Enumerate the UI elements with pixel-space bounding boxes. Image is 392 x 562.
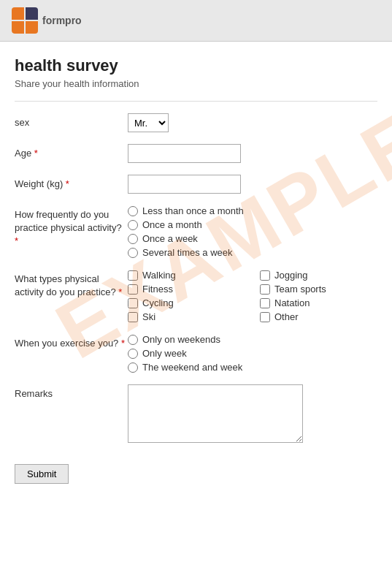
- when-exercise-control: Only on weekends Only week The weekend a…: [128, 334, 377, 373]
- frequency-option-4[interactable]: Several times a week: [128, 247, 377, 258]
- activity-checkbox-natation[interactable]: [260, 298, 270, 308]
- activity-types-label: What types physical activity do you prac…: [15, 270, 128, 299]
- when-exercise-label: When you exercise you? *: [15, 334, 128, 350]
- frequency-radio-group: Less than once a month Once a month Once…: [128, 205, 377, 258]
- remarks-textarea[interactable]: [128, 384, 303, 443]
- when-exercise-field-row: When you exercise you? * Only on weekend…: [15, 334, 377, 373]
- frequency-label: How frequently do you practice physical …: [15, 205, 128, 248]
- activity-other[interactable]: Other: [260, 311, 377, 322]
- activity-checkbox-cycling[interactable]: [128, 298, 138, 308]
- activity-checkbox-fitness[interactable]: [128, 284, 138, 295]
- activity-checkbox-group: Walking Jogging Fitness Team sports Cycl…: [128, 270, 377, 322]
- logo-icon: [12, 7, 38, 34]
- submit-button[interactable]: Submit: [15, 464, 69, 484]
- frequency-option-1[interactable]: Less than once a month: [128, 205, 377, 216]
- age-label: Age *: [15, 144, 128, 160]
- when-option-1[interactable]: Only on weekends: [128, 334, 377, 345]
- activity-walking[interactable]: Walking: [128, 270, 245, 281]
- page-subtitle: Share your health information: [15, 78, 377, 89]
- activity-checkbox-team-sports[interactable]: [260, 284, 270, 295]
- remarks-control: [128, 384, 377, 445]
- weight-required: *: [63, 178, 69, 189]
- sex-field-row: sex Mr. Mrs. Ms. Dr.: [15, 113, 377, 132]
- divider: [15, 101, 377, 102]
- activity-ski[interactable]: Ski: [128, 311, 245, 322]
- sex-label: sex: [15, 113, 128, 129]
- when-option-2[interactable]: Only week: [128, 348, 377, 359]
- when-required: *: [118, 338, 125, 349]
- activity-team-sports[interactable]: Team sports: [260, 284, 377, 295]
- frequency-radio-4[interactable]: [128, 248, 138, 258]
- when-radio-1[interactable]: [128, 335, 138, 345]
- weight-label: Weight (kg) *: [15, 175, 128, 191]
- age-required: *: [31, 148, 38, 159]
- age-control: [128, 144, 377, 163]
- age-input[interactable]: [128, 144, 241, 163]
- activity-required: *: [116, 286, 123, 297]
- activity-checkbox-ski[interactable]: [128, 312, 138, 322]
- when-exercise-radio-group: Only on weekends Only week The weekend a…: [128, 334, 377, 373]
- activity-checkbox-jogging[interactable]: [260, 270, 270, 281]
- frequency-option-2[interactable]: Once a month: [128, 219, 377, 230]
- when-option-3[interactable]: The weekend and week: [128, 362, 377, 373]
- activity-types-control: Walking Jogging Fitness Team sports Cycl…: [128, 270, 377, 322]
- when-radio-2[interactable]: [128, 349, 138, 359]
- age-field-row: Age *: [15, 144, 377, 163]
- activity-checkbox-other[interactable]: [260, 312, 270, 322]
- when-radio-3[interactable]: [128, 362, 138, 373]
- activity-types-field-row: What types physical activity do you prac…: [15, 270, 377, 322]
- activity-jogging[interactable]: Jogging: [260, 270, 377, 281]
- sex-select[interactable]: Mr. Mrs. Ms. Dr.: [128, 113, 169, 132]
- frequency-option-3[interactable]: Once a week: [128, 233, 377, 244]
- header-bar: formpro: [0, 0, 392, 42]
- sex-control: Mr. Mrs. Ms. Dr.: [128, 113, 377, 132]
- frequency-required: *: [15, 235, 18, 246]
- page-title: health survey: [15, 56, 377, 75]
- submit-area: Submit: [15, 457, 377, 484]
- weight-control: [128, 175, 377, 194]
- weight-field-row: Weight (kg) *: [15, 175, 377, 194]
- activity-natation[interactable]: Natation: [260, 297, 377, 308]
- main-content: EXAMPLE health survey Share your health …: [0, 42, 392, 562]
- activity-cycling[interactable]: Cycling: [128, 297, 245, 308]
- frequency-control: Less than once a month Once a month Once…: [128, 205, 377, 258]
- frequency-radio-1[interactable]: [128, 206, 138, 216]
- remarks-field-row: Remarks: [15, 384, 377, 445]
- weight-input[interactable]: [128, 175, 241, 194]
- app-name: formpro: [42, 15, 82, 26]
- activity-fitness[interactable]: Fitness: [128, 284, 245, 295]
- remarks-label: Remarks: [15, 384, 128, 400]
- frequency-field-row: How frequently do you practice physical …: [15, 205, 377, 258]
- activity-checkbox-walking[interactable]: [128, 270, 138, 281]
- frequency-radio-3[interactable]: [128, 234, 138, 244]
- frequency-radio-2[interactable]: [128, 220, 138, 230]
